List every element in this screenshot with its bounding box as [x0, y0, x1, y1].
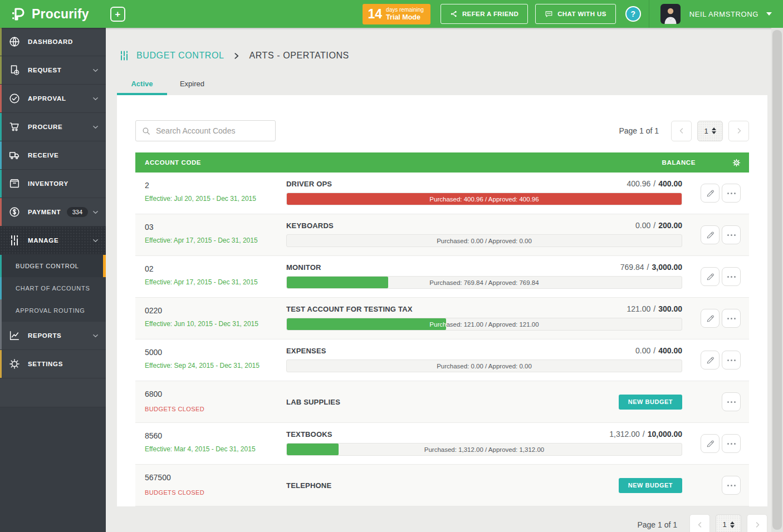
- balance-spent: 769.84: [620, 263, 644, 272]
- prev-page-button[interactable]: [689, 514, 710, 532]
- help-button[interactable]: ?: [625, 6, 641, 22]
- sidebar-item-request[interactable]: REQUEST: [0, 56, 106, 85]
- procurify-logo[interactable]: Procurify: [0, 6, 97, 22]
- edit-budget-button[interactable]: [701, 184, 720, 203]
- table-row: 8560 Effective: Mar 4, 2015 - Dec 31, 20…: [135, 423, 749, 465]
- page-scrollbar[interactable]: [771, 28, 783, 532]
- chat-with-us-button[interactable]: CHAT WITH US: [535, 4, 616, 24]
- tab-active[interactable]: Active: [117, 75, 167, 95]
- next-page-button[interactable]: [728, 121, 749, 141]
- breadcrumb-chevron-icon: [233, 52, 240, 60]
- chat-with-us-label: CHAT WITH US: [557, 11, 606, 17]
- sidebar-item-settings[interactable]: SETTINGS: [0, 350, 106, 378]
- more-options-button[interactable]: [722, 476, 741, 495]
- column-account-code: ACCOUNT CODE: [145, 159, 201, 166]
- ellipsis-icon: [727, 485, 736, 486]
- item-color-edge: [0, 277, 2, 299]
- sidebar-item-procure[interactable]: PROCURE: [0, 113, 106, 141]
- sidebar-subitem-chart-of-accounts[interactable]: CHART OF ACCOUNTS: [0, 277, 106, 299]
- sidebar-subitem-approval-routing[interactable]: APPROVAL ROUTING: [0, 299, 106, 322]
- more-options-button[interactable]: [722, 225, 741, 244]
- sidebar-item-receive[interactable]: RECEIVE: [0, 141, 106, 170]
- table-header: ACCOUNT CODE BALANCE: [135, 152, 749, 173]
- breadcrumb-section-link[interactable]: BUDGET CONTROL: [136, 51, 224, 61]
- balance-value: 0.00/400.00: [635, 346, 682, 355]
- row-actions: [688, 339, 749, 381]
- prev-page-button[interactable]: [671, 121, 692, 141]
- balance-spent: 121.00: [627, 304, 650, 313]
- ellipsis-icon: [727, 193, 736, 194]
- manage-submenu: BUDGET CONTROLCHART OF ACCOUNTSAPPROVAL …: [0, 255, 106, 322]
- sidebar-item-inventory[interactable]: INVENTORY: [0, 170, 106, 198]
- page-number-input[interactable]: 1: [716, 514, 741, 532]
- more-options-button[interactable]: [722, 392, 741, 411]
- ellipsis-icon: [727, 276, 736, 278]
- sidebar-item-label: APPROVAL: [28, 95, 66, 102]
- more-options-button[interactable]: [722, 309, 741, 328]
- request-icon: [8, 64, 21, 76]
- sidebar-item-label: SETTINGS: [28, 361, 63, 367]
- table-row: 02 Effective: Apr 17, 2015 - Dec 31, 201…: [135, 256, 749, 298]
- more-options-button[interactable]: [722, 434, 741, 453]
- sidebar-item-manage[interactable]: MANAGE: [0, 226, 106, 255]
- sidebar-item-label: INVENTORY: [28, 180, 68, 187]
- budget-cell: TEXTBOOKS 1,312.00/10,000.00 Purchased: …: [286, 423, 682, 464]
- cart-icon: [8, 121, 21, 133]
- item-color-edge: [0, 113, 2, 141]
- row-actions: [688, 381, 749, 422]
- effective-dates: Effective: Jul 20, 2015 - Dec 31, 2015: [145, 195, 286, 203]
- truck-icon: [8, 149, 21, 161]
- more-options-button[interactable]: [722, 351, 741, 370]
- next-page-button[interactable]: [747, 514, 767, 532]
- sidebar-item-payment[interactable]: PAYMENT334: [0, 198, 106, 226]
- more-options-button[interactable]: [722, 184, 741, 203]
- budget-bar-label: Purchased: 1,312.00 / Approved: 1,312.00: [287, 444, 682, 455]
- edit-budget-button[interactable]: [701, 309, 720, 328]
- quick-add-button[interactable]: +: [110, 7, 125, 22]
- user-menu[interactable]: NEIL ARMSTRONG: [649, 0, 783, 28]
- row-actions: [688, 298, 749, 339]
- sidebar-item-dashboard[interactable]: DASHBOARD: [0, 28, 106, 56]
- balance-value: 769.84/3,000.00: [620, 263, 682, 272]
- sidebar-item-reports[interactable]: REPORTS: [0, 322, 106, 350]
- table-row: 6800 BUDGETS CLOSED LAB SUPPLIES NEW BUD…: [135, 381, 749, 423]
- pencil-icon: [706, 189, 715, 198]
- edit-budget-button[interactable]: [701, 351, 720, 370]
- search-input[interactable]: [156, 126, 267, 135]
- approval-icon: [8, 92, 21, 105]
- budget-progress-bar: Purchased: 769.84 / Approved: 769.84 Pur…: [286, 276, 682, 289]
- edit-budget-button[interactable]: [701, 434, 720, 453]
- sidebar-subitem-budget-control[interactable]: BUDGET CONTROL: [0, 255, 106, 277]
- budget-bar-fill: Purchased: 400.96 / Approved: 400.96: [287, 193, 682, 205]
- budget-cell: TELEPHONE NEW BUDGET: [286, 465, 682, 506]
- account-name: MONITOR: [286, 263, 321, 272]
- sidebar-item-label: DASHBOARD: [28, 38, 73, 45]
- account-name: LAB SUPPLIES: [286, 398, 340, 406]
- account-code: 6800: [145, 390, 286, 398]
- pencil-icon: [706, 230, 715, 240]
- new-budget-button[interactable]: NEW BUDGET: [619, 478, 682, 493]
- item-color-edge: [0, 322, 2, 349]
- page-spinner-icon[interactable]: [712, 127, 716, 134]
- refer-a-friend-button[interactable]: REFER A FRIEND: [441, 4, 528, 24]
- account-code: 5000: [145, 348, 286, 357]
- table-settings-gear-icon[interactable]: [732, 159, 741, 167]
- trial-mode-badge[interactable]: 14 days remaining Trial Mode: [363, 4, 430, 24]
- share-icon: [450, 10, 458, 18]
- page-spinner-icon[interactable]: [730, 521, 735, 528]
- row-actions: [688, 423, 749, 464]
- page-number-input[interactable]: 1: [697, 121, 723, 141]
- sidebar-subitem-label: APPROVAL ROUTING: [16, 307, 85, 314]
- new-budget-button[interactable]: NEW BUDGET: [619, 395, 682, 410]
- tab-expired[interactable]: Expired: [167, 75, 217, 95]
- ellipsis-icon: [727, 359, 736, 361]
- budgets-closed-label: BUDGETS CLOSED: [145, 406, 286, 412]
- edit-budget-button[interactable]: [701, 267, 720, 286]
- sidebar-item-approval[interactable]: APPROVAL: [0, 85, 106, 113]
- scrollbar-thumb[interactable]: [772, 30, 782, 530]
- edit-budget-button[interactable]: [701, 225, 720, 244]
- balance-value: 121.00/300.00: [627, 304, 682, 313]
- chevron-down-icon: [92, 124, 99, 130]
- sidebar-subitem-label: BUDGET CONTROL: [16, 263, 79, 269]
- more-options-button[interactable]: [722, 267, 741, 286]
